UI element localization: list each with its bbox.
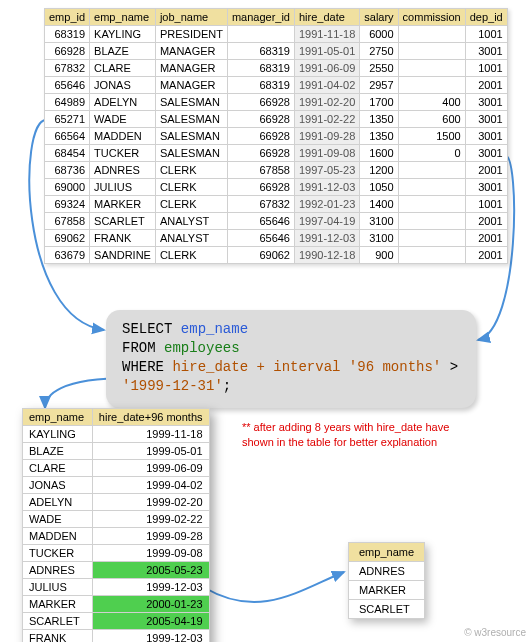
cell: 1999-06-09	[92, 460, 209, 477]
cell: 68454	[45, 145, 90, 162]
table-row: BLAZE1999-05-01	[23, 443, 210, 460]
cell: 1999-02-22	[92, 511, 209, 528]
table-row: 64989ADELYNSALESMAN669281991-02-20170040…	[45, 94, 508, 111]
col-emp-id: emp_id	[45, 9, 90, 26]
cell: 69062	[227, 247, 294, 264]
cell: 66928	[227, 179, 294, 196]
kw-from: FROM	[122, 340, 156, 356]
table-header-row: emp_name hire_date+96 months	[23, 409, 210, 426]
cell: MARKER	[90, 196, 156, 213]
cell: 1500	[398, 128, 465, 145]
cell: SCARLET	[349, 600, 425, 619]
cell: CLERK	[155, 196, 227, 213]
cell: JONAS	[23, 477, 93, 494]
cell: 1999-04-02	[92, 477, 209, 494]
cell: 65646	[227, 230, 294, 247]
cell: 0	[398, 145, 465, 162]
cell: KAYLING	[23, 426, 93, 443]
table-row: 65646JONASMANAGER683191991-04-0229572001	[45, 77, 508, 94]
cell: 1999-02-20	[92, 494, 209, 511]
col-hire-date-plus: hire_date+96 months	[92, 409, 209, 426]
cell: 2001	[465, 162, 507, 179]
cell: 1001	[465, 26, 507, 43]
cell: 66928	[227, 94, 294, 111]
cell: 65646	[45, 77, 90, 94]
cell: 1992-01-23	[294, 196, 359, 213]
cell: CLERK	[155, 247, 227, 264]
cell: 1200	[360, 162, 398, 179]
cell: 67858	[45, 213, 90, 230]
cell: JULIUS	[90, 179, 156, 196]
cell	[398, 77, 465, 94]
cell	[398, 230, 465, 247]
cell: 68736	[45, 162, 90, 179]
cell: 66928	[227, 145, 294, 162]
cell: SALESMAN	[155, 128, 227, 145]
cell: KAYLING	[90, 26, 156, 43]
cell: 1997-04-19	[294, 213, 359, 230]
cell: 2001	[465, 230, 507, 247]
table-row: 63679SANDRINECLERK690621990-12-189002001	[45, 247, 508, 264]
semicolon: ;	[223, 378, 231, 394]
table-row: ADELYN1999-02-20	[23, 494, 210, 511]
cell: 67832	[45, 60, 90, 77]
table-row: ADNRES2005-05-23	[23, 562, 210, 579]
table-row: 69324MARKERCLERK678321992-01-2314001001	[45, 196, 508, 213]
table-row: MARKER	[349, 581, 425, 600]
cell: ADELYN	[23, 494, 93, 511]
cell: 3001	[465, 43, 507, 60]
cell: 3001	[465, 145, 507, 162]
cell: CLARE	[90, 60, 156, 77]
cell	[227, 26, 294, 43]
derived-table: emp_name hire_date+96 months KAYLING1999…	[22, 408, 210, 642]
cell: 1350	[360, 111, 398, 128]
table-row: CLARE1999-06-09	[23, 460, 210, 477]
cell: MANAGER	[155, 60, 227, 77]
col-emp-name: emp_name	[349, 543, 425, 562]
cell: PRESIDENT	[155, 26, 227, 43]
cell: 1991-11-18	[294, 26, 359, 43]
cell: 64989	[45, 94, 90, 111]
cell: MARKER	[23, 596, 93, 613]
cell	[398, 43, 465, 60]
cell: 1999-09-28	[92, 528, 209, 545]
expr-hire-interval: hire_date + interval '96 months'	[172, 359, 441, 375]
cell: 66928	[227, 128, 294, 145]
cell: TUCKER	[23, 545, 93, 562]
cell: 65271	[45, 111, 90, 128]
cell: MARKER	[349, 581, 425, 600]
cell: CLERK	[155, 162, 227, 179]
cell: 1999-09-08	[92, 545, 209, 562]
cell: 1991-12-03	[294, 179, 359, 196]
table-row: FRANK1999-12-03	[23, 630, 210, 643]
table-row: 66564MADDENSALESMAN669281991-09-28135015…	[45, 128, 508, 145]
cell: MADDEN	[23, 528, 93, 545]
cell: 1991-05-01	[294, 43, 359, 60]
col-commission: commission	[398, 9, 465, 26]
cell	[398, 247, 465, 264]
result-table: emp_name ADNRESMARKERSCARLET	[348, 542, 425, 619]
cell: 3001	[465, 111, 507, 128]
cell: 67858	[227, 162, 294, 179]
table-row: 67858SCARLETANALYST656461997-04-19310020…	[45, 213, 508, 230]
cell: ADELYN	[90, 94, 156, 111]
cell: 1400	[360, 196, 398, 213]
cell: 1999-05-01	[92, 443, 209, 460]
cell: 3001	[465, 128, 507, 145]
cell: SANDRINE	[90, 247, 156, 264]
table-row: MADDEN1999-09-28	[23, 528, 210, 545]
cell: SALESMAN	[155, 145, 227, 162]
table-header-row: emp_name	[349, 543, 425, 562]
cell: 1991-09-08	[294, 145, 359, 162]
cell	[398, 60, 465, 77]
cell: SALESMAN	[155, 111, 227, 128]
cell: 66564	[45, 128, 90, 145]
cell: 69000	[45, 179, 90, 196]
cell: 3001	[465, 94, 507, 111]
col-dep-id: dep_id	[465, 9, 507, 26]
cell: 1990-12-18	[294, 247, 359, 264]
cell: 68319	[227, 43, 294, 60]
cell: 1991-09-28	[294, 128, 359, 145]
col-salary: salary	[360, 9, 398, 26]
cell: 69324	[45, 196, 90, 213]
